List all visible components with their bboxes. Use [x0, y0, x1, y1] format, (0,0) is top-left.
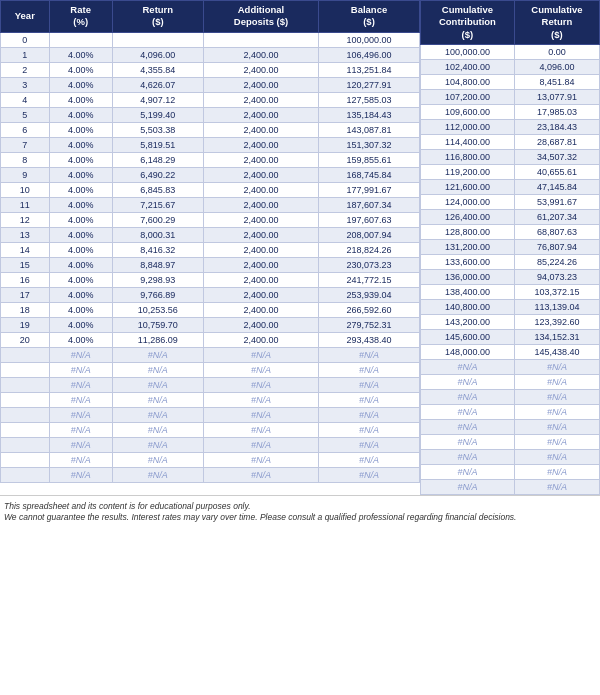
na-cell: #N/A: [203, 467, 318, 482]
table-row: 104.00%6,845.832,400.00177,991.67: [1, 182, 420, 197]
cumReturn-cell: 103,372.15: [514, 285, 599, 300]
table-row: 126,400.0061,207.34: [421, 210, 600, 225]
balance-cell: 151,307.32: [319, 137, 420, 152]
rate-cell: 4.00%: [49, 137, 112, 152]
year-cell: 10: [1, 182, 50, 197]
table-row: 144.00%8,416.322,400.00218,824.26: [1, 242, 420, 257]
deposits-cell: 2,400.00: [203, 257, 318, 272]
cumReturn-cell: 68,807.63: [514, 225, 599, 240]
rate-cell: 4.00%: [49, 332, 112, 347]
deposits-cell: 2,400.00: [203, 212, 318, 227]
table-row: 140,800.00113,139.04: [421, 300, 600, 315]
cumReturn-cell: 113,139.04: [514, 300, 599, 315]
na-cell: #N/A: [319, 452, 420, 467]
return-cell: 8,000.31: [112, 227, 203, 242]
na-cell: #N/A: [514, 435, 599, 450]
deposits-cell: 2,400.00: [203, 77, 318, 92]
left-financial-table: Year Rate(%) Return($) AdditionalDeposit…: [0, 0, 420, 483]
cumContrib-cell: 138,400.00: [421, 285, 515, 300]
na-cell: #N/A: [421, 480, 515, 495]
footer-notes: This spreadsheet and its content is for …: [0, 495, 600, 525]
year-cell: 12: [1, 212, 50, 227]
deposits-cell: [203, 32, 318, 47]
table-row: 94.00%6,490.222,400.00168,745.84: [1, 167, 420, 182]
na-row: #N/A#N/A: [421, 390, 600, 405]
na-row: #N/A#N/A#N/A#N/A: [1, 347, 420, 362]
table-row: 114,400.0028,687.81: [421, 135, 600, 150]
cum-return-header: CumulativeReturn($): [514, 1, 599, 45]
na-cell: #N/A: [203, 452, 318, 467]
cumReturn-cell: 4,096.00: [514, 60, 599, 75]
cumReturn-cell: 28,687.81: [514, 135, 599, 150]
na-cell: #N/A: [49, 407, 112, 422]
table-row: 102,400.004,096.00: [421, 60, 600, 75]
table-row: 54.00%5,199.402,400.00135,184.43: [1, 107, 420, 122]
cumReturn-cell: 53,991.67: [514, 195, 599, 210]
year-cell: 14: [1, 242, 50, 257]
na-cell: [1, 347, 50, 362]
cumReturn-cell: 34,507.32: [514, 150, 599, 165]
na-cell: #N/A: [514, 450, 599, 465]
na-cell: #N/A: [49, 437, 112, 452]
cumReturn-cell: 8,451.84: [514, 75, 599, 90]
na-cell: #N/A: [421, 375, 515, 390]
na-row: #N/A#N/A#N/A#N/A: [1, 407, 420, 422]
na-cell: #N/A: [514, 420, 599, 435]
table-row: 116,800.0034,507.32: [421, 150, 600, 165]
balance-cell: 218,824.26: [319, 242, 420, 257]
year-cell: 2: [1, 62, 50, 77]
na-row: #N/A#N/A: [421, 360, 600, 375]
na-cell: #N/A: [112, 377, 203, 392]
na-row: #N/A#N/A#N/A#N/A: [1, 437, 420, 452]
cum-contrib-header: CumulativeContribution($): [421, 1, 515, 45]
year-cell: 4: [1, 92, 50, 107]
return-cell: 5,819.51: [112, 137, 203, 152]
na-cell: #N/A: [112, 422, 203, 437]
na-cell: #N/A: [112, 392, 203, 407]
cumContrib-cell: 112,000.00: [421, 120, 515, 135]
cumReturn-cell: 13,077.91: [514, 90, 599, 105]
na-cell: #N/A: [203, 422, 318, 437]
rate-cell: 4.00%: [49, 302, 112, 317]
return-cell: 9,298.93: [112, 272, 203, 287]
deposits-cell: 2,400.00: [203, 122, 318, 137]
table-row: 100,000.000.00: [421, 45, 600, 60]
return-cell: 9,766.89: [112, 287, 203, 302]
cumReturn-cell: 94,073.23: [514, 270, 599, 285]
na-row: #N/A#N/A#N/A#N/A: [1, 377, 420, 392]
na-cell: #N/A: [203, 437, 318, 452]
balance-cell: 168,745.84: [319, 167, 420, 182]
table-row: 104,800.008,451.84: [421, 75, 600, 90]
na-cell: #N/A: [514, 390, 599, 405]
na-cell: #N/A: [49, 347, 112, 362]
table-row: 184.00%10,253.562,400.00266,592.60: [1, 302, 420, 317]
deposits-cell: 2,400.00: [203, 272, 318, 287]
na-cell: #N/A: [514, 480, 599, 495]
na-cell: #N/A: [319, 437, 420, 452]
year-header: Year: [1, 1, 50, 33]
na-cell: #N/A: [112, 407, 203, 422]
table-row: 128,800.0068,807.63: [421, 225, 600, 240]
na-cell: #N/A: [49, 422, 112, 437]
cumContrib-cell: 148,000.00: [421, 345, 515, 360]
return-cell: 5,199.40: [112, 107, 203, 122]
return-cell: 4,626.07: [112, 77, 203, 92]
cumReturn-cell: 85,224.26: [514, 255, 599, 270]
balance-cell: 197,607.63: [319, 212, 420, 227]
rate-cell: [49, 32, 112, 47]
na-row: #N/A#N/A: [421, 450, 600, 465]
na-cell: #N/A: [49, 362, 112, 377]
cumContrib-cell: 136,000.00: [421, 270, 515, 285]
balance-cell: 143,087.81: [319, 122, 420, 137]
table-row: 133,600.0085,224.26: [421, 255, 600, 270]
balance-cell: 230,073.23: [319, 257, 420, 272]
cumReturn-cell: 134,152.31: [514, 330, 599, 345]
na-cell: #N/A: [319, 407, 420, 422]
na-row: #N/A#N/A: [421, 420, 600, 435]
table-row: 107,200.0013,077.91: [421, 90, 600, 105]
na-cell: #N/A: [514, 375, 599, 390]
cumReturn-cell: 145,438.40: [514, 345, 599, 360]
return-cell: 4,096.00: [112, 47, 203, 62]
deposits-cell: 2,400.00: [203, 197, 318, 212]
year-cell: 8: [1, 152, 50, 167]
